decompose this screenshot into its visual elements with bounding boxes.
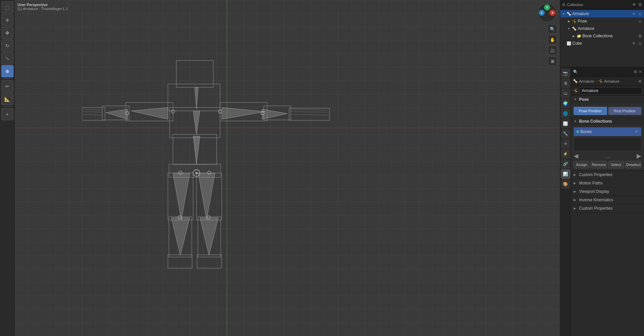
- outliner-tree: ▼ 🦴 Armature 👁 ◎ ▶ 🤸 Pose v₂ ▼ 🦴: [560, 9, 644, 48]
- svg-marker-16: [262, 109, 287, 119]
- gizmo-y-axis[interactable]: Y: [544, 4, 550, 10]
- custom-properties-top-header[interactable]: ▶ Custom Properties: [571, 171, 644, 179]
- bone-collections-header[interactable]: ▼ Bone Collections: [571, 117, 644, 125]
- bone-col-next-btn[interactable]: ▶: [637, 152, 641, 160]
- tool-transform[interactable]: ⊕: [1, 65, 13, 77]
- assign-button[interactable]: Assign: [574, 161, 589, 168]
- pose-section-header[interactable]: ▼ Pose: [571, 95, 644, 103]
- armature-eye-btn[interactable]: 👁: [631, 11, 637, 16]
- tree-item-cube[interactable]: ▶ ⬜ Cube 👁 ◎: [560, 40, 644, 47]
- tool-annotate[interactable]: ✏: [1, 80, 13, 92]
- viewport-display-title: Viewport Display: [579, 189, 609, 194]
- tool-scale[interactable]: ⤡: [1, 52, 13, 65]
- bone-collection-controls: Assign Remove Select Deselect: [574, 161, 641, 168]
- gizmo-x-axis[interactable]: X: [549, 10, 556, 16]
- motion-paths-header[interactable]: ▶ Motion Paths: [571, 179, 644, 187]
- tool-cursor[interactable]: ✛: [1, 14, 13, 26]
- remove-button[interactable]: Remove: [591, 161, 607, 168]
- bone-collection-bones[interactable]: Bones 👁: [574, 127, 641, 136]
- props-tab-constraints[interactable]: 🔗: [561, 159, 570, 169]
- tree-label-bone-col: Bone Collections: [582, 34, 637, 38]
- bones-eye-btn[interactable]: 👁: [635, 129, 639, 134]
- tree-icon-bone-col: 📁: [576, 33, 582, 39]
- navigation-gizmo[interactable]: X Y Z: [537, 3, 557, 23]
- viewport-title: User Perspective: [17, 3, 68, 7]
- props-tab-scene[interactable]: 🌍: [561, 99, 570, 108]
- svg-marker-6: [193, 136, 200, 165]
- custom-properties-bottom-section: ▶ Custom Properties: [571, 204, 644, 213]
- breadcrumb-sep-1: ›: [596, 79, 597, 83]
- props-options-icon[interactable]: ⚙: [634, 70, 637, 74]
- svg-marker-15: [222, 108, 265, 119]
- tree-icon-pose: 🤸: [572, 18, 577, 24]
- tree-label-cube: Cube: [572, 41, 631, 46]
- tool-select-box[interactable]: ⬚: [1, 1, 13, 13]
- tree-item-armature[interactable]: ▼ 🦴 Armature 👁 ◎: [560, 10, 644, 17]
- viewport-hand-button[interactable]: ✋: [548, 35, 557, 44]
- character-container: [82, 34, 351, 269]
- custom-properties-bottom-header[interactable]: ▶ Custom Properties: [571, 204, 644, 212]
- object-name-input[interactable]: [579, 87, 642, 94]
- viewport-grid-button[interactable]: ⊞: [548, 56, 557, 66]
- viewport-zoom-button[interactable]: 🔍: [548, 24, 557, 34]
- props-tab-physics[interactable]: ⚡: [561, 149, 570, 159]
- tree-arrow-bone-col: ▶: [572, 34, 576, 38]
- viewport-camera-button[interactable]: 🎥: [548, 46, 557, 55]
- tree-item-bone-collections[interactable]: ▶ 📁 Bone Collections ➕: [560, 32, 644, 40]
- viewport-controls: X Y Z 🔍 ✋ 🎥 ⊞: [537, 3, 557, 66]
- tree-actions-cube: 👁 ◎: [631, 41, 643, 46]
- viewport-subtitle: (1) Armature : Thumbfinger L 1: [17, 7, 68, 11]
- props-tab-particles[interactable]: ✳: [561, 139, 570, 149]
- outliner-header: ⊟ Collection 👁 ⚙: [560, 0, 644, 9]
- props-tab-view-layer[interactable]: 🗂: [561, 89, 570, 98]
- armature-render-btn[interactable]: ◎: [637, 11, 643, 16]
- breadcrumb-armature2[interactable]: Armature: [604, 79, 619, 83]
- props-close-icon[interactable]: ✕: [639, 70, 642, 74]
- props-tab-world[interactable]: 🌐: [561, 109, 570, 118]
- skeleton-svg: [82, 34, 351, 269]
- viewport[interactable]: User Perspective (1) Armature : Thumbfin…: [15, 0, 560, 336]
- gizmo-z-axis[interactable]: Z: [539, 10, 545, 16]
- tree-icon-armature: 🦴: [566, 11, 572, 16]
- left-toolbar: ⬚ ✛ ✥ ↻ ⤡ ⊕ ✏ 📐 ⌖: [0, 0, 15, 336]
- props-tab-modifier[interactable]: 🔧: [561, 129, 570, 138]
- tool-measure[interactable]: 📐: [1, 93, 13, 105]
- breadcrumb-armature[interactable]: Armature: [579, 79, 594, 83]
- props-tab-object[interactable]: ⬜: [561, 119, 570, 128]
- outliner-eye-icon[interactable]: 👁: [632, 2, 636, 7]
- viewport-display-section: ▶ Viewport Display: [571, 187, 644, 196]
- tree-label-pose: Pose: [578, 19, 638, 24]
- svg-line-39: [291, 112, 328, 112]
- breadcrumb-close[interactable]: ✕: [638, 79, 642, 84]
- rest-position-button[interactable]: Rest Position: [608, 107, 642, 115]
- pose-position-button[interactable]: Pose Position: [574, 107, 607, 115]
- tree-item-armature-sub[interactable]: ▼ 🦴 Armature: [560, 25, 644, 32]
- cube-eye-btn[interactable]: 👁: [631, 41, 637, 46]
- props-tab-material[interactable]: 🎨: [561, 179, 570, 189]
- motion-paths-title: Motion Paths: [579, 181, 603, 185]
- deselect-button[interactable]: Deselect: [625, 161, 641, 168]
- tree-item-pose[interactable]: ▶ 🤸 Pose v₂: [560, 17, 644, 25]
- tree-arrow-pose: ▶: [567, 19, 571, 23]
- props-tab-data[interactable]: 📊: [561, 169, 570, 179]
- bone-dot: [576, 130, 579, 133]
- svg-line-38: [291, 109, 328, 110]
- tree-icon-cube: ⬜: [566, 41, 572, 46]
- bone-col-prev-btn[interactable]: ◀: [574, 152, 578, 160]
- gizmo-circle: X Y Z: [538, 3, 557, 22]
- tool-rotate[interactable]: ↻: [1, 40, 13, 52]
- props-search-input[interactable]: [579, 70, 632, 74]
- viewport-display-header[interactable]: ▶ Viewport Display: [571, 187, 644, 196]
- tool-custom[interactable]: ⌖: [1, 108, 13, 120]
- outliner-filter-icon[interactable]: ⚙: [638, 2, 642, 7]
- pose-arrow: ▼: [574, 98, 578, 101]
- cube-render-btn[interactable]: ◎: [637, 41, 643, 46]
- tree-arrow-armature: ▼: [562, 12, 566, 16]
- props-tab-render[interactable]: 📷: [561, 69, 570, 78]
- bone-col-add-btn[interactable]: ➕: [637, 33, 643, 39]
- tool-move[interactable]: ✥: [1, 27, 13, 39]
- props-tab-output[interactable]: 🖥: [561, 79, 570, 88]
- select-button[interactable]: Select: [608, 161, 624, 168]
- inverse-kinematics-header[interactable]: ▶ Inverse Kinematics: [571, 196, 644, 204]
- inverse-kinematics-title: Inverse Kinematics: [579, 198, 613, 202]
